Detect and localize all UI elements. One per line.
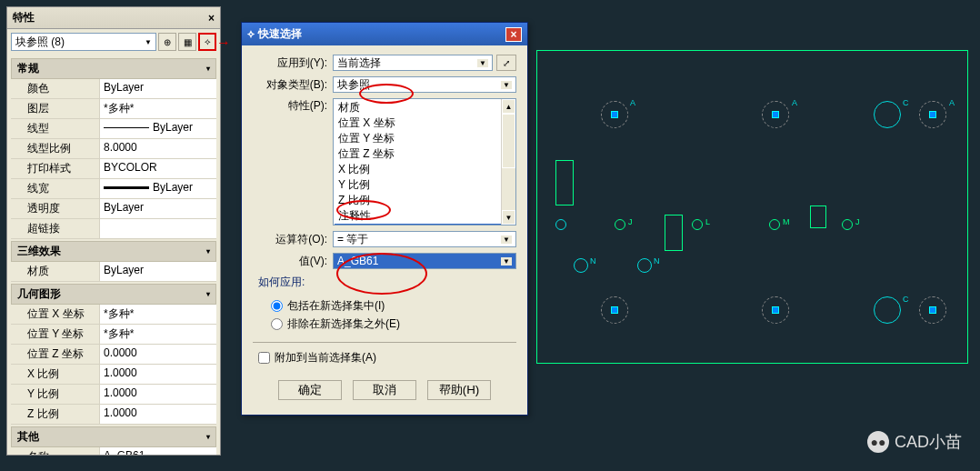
list-item[interactable]: Y 比例	[335, 177, 515, 193]
list-item[interactable]: 位置 Y 坐标	[335, 131, 515, 146]
scroll-down-icon[interactable]: ▼	[502, 210, 515, 225]
prop-row: 名称A_GB61	[11, 447, 216, 455]
list-item[interactable]: 位置 X 坐标	[335, 115, 515, 131]
prop-row: 透明度ByLayer	[11, 199, 216, 219]
dialog-title: ⟡快速选择	[247, 26, 302, 42]
apply-to-label: 应用到(Y):	[253, 55, 333, 71]
select-objects-icon[interactable]: ⤢	[496, 55, 516, 71]
properties-panel: 特性 × 块参照 (8) ▼ ⊕ ▦ ⟡ 常规 颜色ByLayer 图层*多种*…	[6, 6, 221, 456]
prop-row: X 比例1.0000	[11, 365, 216, 385]
radio-include[interactable]: 包括在新选择集中(I)	[271, 298, 516, 314]
prop-row: Z 比例1.0000	[11, 405, 216, 425]
properties-header: 块参照 (8) ▼ ⊕ ▦ ⟡	[7, 29, 220, 55]
annotation-arrow: →	[216, 35, 231, 51]
value-label: 值(V):	[253, 254, 333, 269]
how-apply-label: 如何应用:	[258, 275, 516, 290]
prop-row: 线型ByLayer	[11, 119, 216, 139]
close-icon[interactable]: ×	[208, 12, 215, 25]
operator-label: 运算符(O):	[253, 232, 333, 247]
divider	[253, 342, 516, 343]
scrollbar[interactable]: ▲ ▼	[501, 99, 515, 225]
apply-to-select[interactable]: 当前选择▼	[333, 55, 493, 71]
help-button[interactable]: 帮助(H)	[427, 380, 491, 400]
radio-exclude[interactable]: 排除在新选择集之外(E)	[271, 316, 516, 332]
prop-row: 超链接	[11, 219, 216, 239]
chevron-down-icon: ▼	[145, 38, 152, 46]
scroll-thumb[interactable]	[502, 114, 515, 168]
prop-row: 材质ByLayer	[11, 262, 216, 282]
value-select[interactable]: A_GB61▼	[333, 253, 516, 269]
section-3d-effect[interactable]: 三维效果	[11, 241, 216, 262]
section-general[interactable]: 常规	[11, 58, 216, 79]
properties-titlebar: 特性 ×	[7, 7, 220, 29]
chevron-down-icon: ▼	[477, 59, 488, 67]
quick-select-icon[interactable]: ⟡	[198, 33, 216, 51]
section-geometry[interactable]: 几何图形	[11, 284, 216, 305]
cancel-button[interactable]: 取消	[353, 380, 416, 400]
properties-label: 特性(P):	[253, 98, 333, 114]
prop-row: Y 比例1.0000	[11, 385, 216, 405]
chevron-down-icon: ▼	[501, 81, 512, 89]
list-item[interactable]: X 比例	[335, 162, 515, 177]
properties-title: 特性	[13, 10, 35, 25]
chevron-down-icon: ▼	[501, 236, 512, 244]
append-checkbox[interactable]: 附加到当前选择集(A)	[258, 350, 516, 366]
list-item[interactable]: 注释性	[335, 208, 515, 224]
object-type-selector[interactable]: 块参照 (8) ▼	[11, 33, 156, 51]
prop-row: 图层*多种*	[11, 99, 216, 119]
dialog-titlebar[interactable]: ⟡快速选择 ×	[242, 23, 527, 45]
chevron-down-icon: ▼	[501, 257, 512, 266]
select-objects-icon[interactable]: ▦	[178, 33, 196, 51]
list-item[interactable]: 位置 Z 坐标	[335, 146, 515, 162]
section-other[interactable]: 其他	[11, 426, 216, 447]
prop-row: 位置 Y 坐标*多种*	[11, 325, 216, 345]
list-item-selected[interactable]: 名称	[335, 224, 515, 225]
toggle-pickadd-icon[interactable]: ⊕	[158, 33, 176, 51]
wechat-icon: ●●	[867, 431, 889, 453]
cad-viewport[interactable]: A A C A C N N J L M J	[536, 50, 968, 364]
close-icon[interactable]: ×	[505, 27, 522, 42]
properties-listbox[interactable]: 材质 位置 X 坐标 位置 Y 坐标 位置 Z 坐标 X 比例 Y 比例 Z 比…	[333, 98, 516, 225]
watermark: ●● CAD小苗	[867, 431, 962, 453]
list-item[interactable]: Z 比例	[335, 193, 515, 208]
checkbox-icon[interactable]	[258, 352, 270, 364]
object-type-label: 对象类型(B):	[253, 77, 333, 93]
radio-icon[interactable]	[271, 318, 283, 330]
prop-row: 打印样式BYCOLOR	[11, 159, 216, 179]
quick-select-dialog: ⟡快速选择 × 应用到(Y): 当前选择▼ ⤢ 对象类型(B): 块参照▼ 特性…	[241, 22, 528, 416]
scroll-up-icon[interactable]: ▲	[502, 99, 515, 114]
ok-button[interactable]: 确定	[278, 380, 342, 400]
properties-body: 常规 颜色ByLayer 图层*多种* 线型ByLayer 线型比例8.0000…	[7, 55, 220, 455]
radio-icon[interactable]	[271, 300, 283, 312]
prop-row: 位置 Z 坐标0.0000	[11, 345, 216, 365]
list-item[interactable]: 材质	[335, 100, 515, 115]
dialog-body: 应用到(Y): 当前选择▼ ⤢ 对象类型(B): 块参照▼ 特性(P): 材质 …	[242, 45, 527, 415]
prop-row: 位置 X 坐标*多种*	[11, 305, 216, 325]
object-type-value: 块参照 (8)	[15, 35, 65, 50]
prop-row: 线型比例8.0000	[11, 139, 216, 159]
operator-select[interactable]: = 等于▼	[333, 231, 516, 247]
prop-row: 线宽ByLayer	[11, 179, 216, 199]
object-type-select[interactable]: 块参照▼	[333, 76, 516, 93]
prop-row: 颜色ByLayer	[11, 79, 216, 99]
